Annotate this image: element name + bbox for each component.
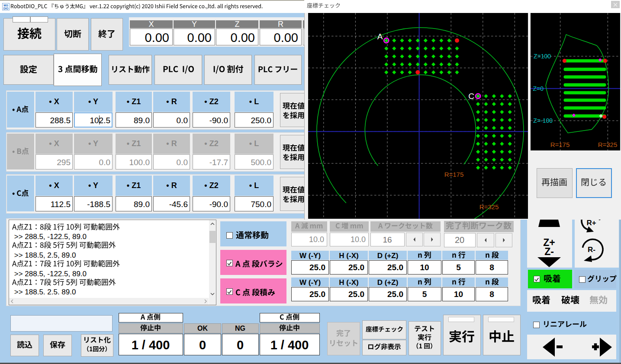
svg-text:Z=100: Z=100 (534, 53, 551, 60)
svg-text:DIO: DIO (3, 7, 9, 10)
svg-text:C: C (468, 92, 474, 101)
svg-text:A: A (377, 32, 383, 41)
svg-text:R=325: R=325 (479, 203, 499, 211)
svg-text:R-: R- (588, 246, 595, 254)
svg-text:Z=-100: Z=-100 (533, 117, 553, 124)
svg-text:Z=0: Z=0 (533, 85, 544, 92)
svg-text:R=175: R=175 (550, 141, 570, 148)
svg-text:R=325: R=325 (598, 141, 618, 148)
svg-text:R=175: R=175 (444, 171, 464, 178)
svg-text:MG: MG (3, 4, 8, 7)
svg-text:R+: R+ (586, 219, 596, 227)
